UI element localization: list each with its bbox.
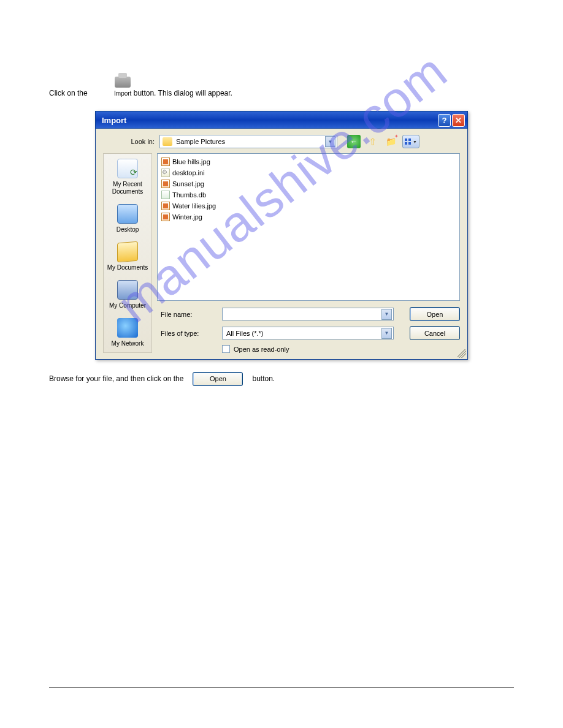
import-dialog: Import ? ✕ Look in: Sample Pictures ▼ ← … [95,111,468,360]
db-file-icon [161,191,170,199]
import-icon-label: Import [114,90,131,97]
resize-grip-icon[interactable] [458,349,466,358]
dialog-title: Import [102,116,126,125]
open-button[interactable]: Open [410,307,460,321]
file-item[interactable]: Blue hills.jpg [161,156,456,167]
place-label: My Computer [109,302,146,309]
chevron-down-icon[interactable]: ▼ [381,309,392,320]
after-text: Browse for your file, and then click on … [49,372,514,386]
place-desktop[interactable]: Desktop [117,204,139,233]
after-suffix: button. [252,373,275,385]
file-item[interactable]: Thumbs.db [161,189,456,200]
file-name: Thumbs.db [172,191,206,199]
file-item[interactable]: Winter.jpg [161,211,456,222]
file-item[interactable]: desktop.ini [161,167,456,178]
filetype-combo[interactable]: All Files (*.*) ▼ [222,327,394,339]
place-label: Desktop [117,226,139,233]
recent-documents-icon [117,159,138,178]
chevron-down-icon: ▼ [413,140,417,144]
place-computer[interactable]: My Computer [109,280,146,309]
desktop-icon [117,204,138,224]
help-button[interactable]: ? [438,114,451,127]
file-name: Winter.jpg [172,213,202,221]
place-recent[interactable]: My Recent Documents [105,159,150,195]
close-button[interactable]: ✕ [452,114,465,127]
file-name: desktop.ini [172,169,205,176]
ini-file-icon [161,169,170,177]
filename-input[interactable]: ▼ [222,308,394,320]
file-name: Sunset.jpg [172,180,204,188]
file-name: Water lilies.jpg [172,202,216,210]
import-icon [115,77,131,88]
import-toolbar-icon: Import [114,77,131,99]
chevron-down-icon[interactable]: ▼ [381,328,392,339]
file-item[interactable]: Water lilies.jpg [161,200,456,211]
intro-text: Click on the Import button. This dialog … [49,74,514,105]
place-label: My Network [112,340,144,347]
place-label: My Recent Documents [105,181,150,195]
lookin-label: Look in: [103,138,159,145]
page-footer [49,687,514,691]
places-bar: My Recent Documents Desktop My Documents… [103,153,152,353]
file-list[interactable]: Blue hills.jpg desktop.ini Sunset.jpg [157,153,460,301]
filetype-value: All Files (*.*) [226,330,381,337]
readonly-checkbox[interactable] [222,345,230,353]
intro-suffix: button. This dialog will appear. [134,89,232,97]
computer-icon [117,280,138,300]
image-file-icon [161,180,170,188]
new-folder-icon[interactable]: 📁 [384,135,397,148]
chevron-down-icon[interactable]: ▼ [325,136,335,147]
lookin-value: Sample Pictures [176,138,325,145]
image-file-icon [161,157,170,166]
intro-prefix: Click on the [49,89,88,97]
folder-icon [163,137,172,146]
filename-label: File name: [157,311,222,318]
back-icon[interactable]: ← [347,135,361,148]
network-icon [117,318,138,338]
readonly-label: Open as read-only [234,346,289,353]
documents-icon [117,241,138,262]
place-network[interactable]: My Network [112,318,144,347]
up-folder-icon[interactable]: ⇧ [366,135,379,148]
lookin-combo[interactable]: Sample Pictures ▼ [159,135,337,148]
titlebar[interactable]: Import ? ✕ [96,112,467,129]
after-prefix: Browse for your file, and then click on … [49,373,183,385]
file-item[interactable]: Sunset.jpg [161,178,456,189]
image-file-icon [161,213,170,221]
image-file-icon [161,202,170,210]
file-name: Blue hills.jpg [172,158,210,165]
place-documents[interactable]: My Documents [107,242,148,271]
cancel-button[interactable]: Cancel [410,326,460,340]
view-menu-button[interactable]: ▼ [402,135,419,148]
filetype-label: Files of type: [157,330,222,337]
place-label: My Documents [107,264,148,271]
view-grid-icon [405,138,411,145]
open-button-inline: Open [193,372,243,386]
